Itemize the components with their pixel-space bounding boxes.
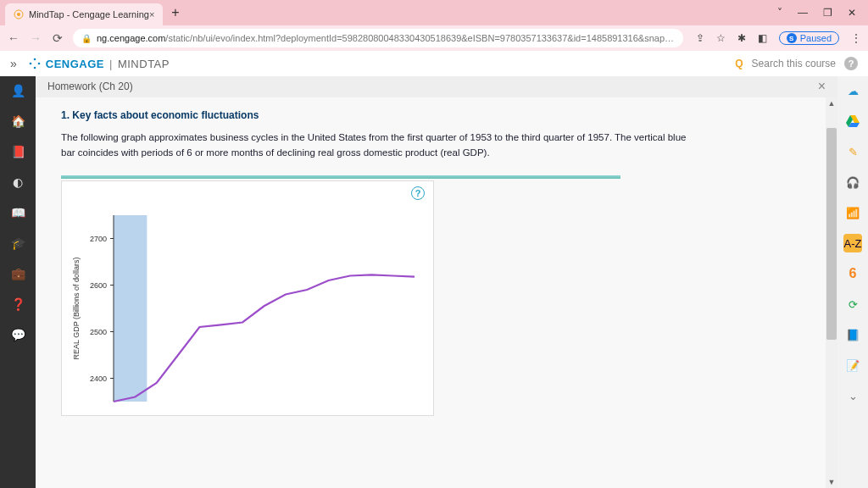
- scroll-down-icon[interactable]: ▼: [827, 478, 836, 486]
- tab-close-icon[interactable]: ×: [149, 9, 154, 19]
- tab-title: MindTap - Cengage Learning: [29, 9, 149, 19]
- reader-icon[interactable]: 📖: [10, 205, 25, 220]
- question-icon[interactable]: ❓: [10, 297, 25, 312]
- home-icon[interactable]: 🏠: [10, 114, 25, 129]
- forward-icon[interactable]: →: [29, 31, 42, 45]
- app-body: 👤 🏠 📕 ◐ 📖 🎓 💼 ❓ 💬 Homework (Ch 20) × 1. …: [0, 76, 868, 488]
- scroll-up-icon[interactable]: ▲: [827, 99, 836, 108]
- vertical-scrollbar[interactable]: ▲ ▼: [826, 97, 837, 488]
- paused-label: Paused: [800, 33, 832, 43]
- browser-toolbar: ← → ⟳ 🔒 ng.cengage.com /static/nb/ui/evo…: [0, 25, 868, 51]
- address-bar[interactable]: 🔒 ng.cengage.com /static/nb/ui/evo/index…: [73, 29, 683, 47]
- compass-icon[interactable]: ◐: [10, 175, 25, 190]
- svg-text:REAL GDP (Billions of dollars): REAL GDP (Billions of dollars): [72, 258, 81, 360]
- section-title: 1. Key facts about economic fluctuations: [61, 109, 812, 121]
- svg-point-3: [37, 63, 40, 65]
- scroll-thumb[interactable]: [826, 128, 837, 340]
- content-area: 1. Key facts about economic fluctuations…: [36, 97, 837, 488]
- refresh-icon[interactable]: ⟳: [843, 295, 862, 313]
- svg-text:2500: 2500: [90, 328, 107, 336]
- book-icon[interactable]: 📕: [10, 144, 25, 159]
- cloud-icon[interactable]: ☁: [843, 81, 862, 100]
- svg-text:2700: 2700: [90, 235, 107, 243]
- chevron-down-icon[interactable]: ˅: [777, 7, 782, 19]
- svg-point-1: [17, 13, 20, 16]
- svg-point-4: [33, 67, 36, 69]
- search-icon[interactable]: Q: [735, 58, 743, 69]
- kebab-menu-icon[interactable]: ⋮: [851, 32, 861, 44]
- grad-cap-icon[interactable]: 🎓: [10, 236, 25, 251]
- rss-icon[interactable]: 📶: [843, 203, 862, 222]
- briefcase-icon[interactable]: 💼: [10, 266, 25, 281]
- section-paragraph: The following graph approximates busines…: [61, 130, 688, 161]
- gdp-line-chart: 2400250026002700REAL GDP (Billions of do…: [67, 207, 423, 410]
- six-icon[interactable]: 6: [843, 264, 862, 283]
- more-down-icon[interactable]: ⌄: [843, 386, 862, 405]
- lock-icon: 🔒: [81, 34, 92, 43]
- help-icon[interactable]: ?: [844, 57, 858, 70]
- window-controls: ˅ — ❐ ✕: [777, 7, 868, 19]
- right-sidebar: ☁ ✎ 🎧 📶 A-Z 6 ⟳ 📘 📝 ⌄: [837, 76, 868, 488]
- search-placeholder[interactable]: Search this course: [752, 58, 836, 69]
- maximize-icon[interactable]: ❐: [823, 7, 832, 19]
- brand: CENGAGE | MINDTAP: [29, 58, 170, 70]
- back-icon[interactable]: ←: [7, 31, 20, 45]
- notebook-icon[interactable]: 📘: [843, 325, 862, 344]
- app-header: » CENGAGE | MINDTAP Q Search this course…: [0, 51, 868, 76]
- panel-icon[interactable]: ◧: [758, 32, 767, 44]
- browser-tab[interactable]: MindTap - Cengage Learning ×: [5, 3, 163, 25]
- svg-rect-6: [114, 215, 147, 402]
- url-host: ng.cengage.com: [97, 33, 165, 43]
- section-divider: [61, 175, 620, 179]
- expand-sidebar-icon[interactable]: »: [10, 57, 17, 70]
- chart-help-icon[interactable]: ?: [411, 186, 425, 200]
- tab-favicon-icon: [14, 9, 24, 19]
- close-panel-icon[interactable]: ×: [818, 79, 826, 94]
- profile-icon[interactable]: 👤: [10, 83, 25, 98]
- url-path: /static/nb/ui/evo/index.html?deploymentI…: [165, 33, 674, 43]
- glossary-az-icon[interactable]: A-Z: [843, 234, 862, 252]
- pencil-icon[interactable]: ✎: [843, 142, 862, 161]
- compose-icon[interactable]: 📝: [843, 356, 862, 374]
- breadcrumb-title: Homework (Ch 20): [47, 80, 133, 92]
- profile-paused-pill[interactable]: S Paused: [779, 31, 839, 45]
- product-name: MINDTAP: [118, 58, 170, 70]
- close-window-icon[interactable]: ✕: [848, 7, 856, 19]
- svg-point-5: [29, 63, 31, 65]
- brand-logo-icon: [29, 58, 41, 69]
- left-sidebar: 👤 🏠 📕 ◐ 📖 🎓 💼 ❓ 💬: [0, 76, 36, 488]
- chart-card: ? 2400250026002700REAL GDP (Billions of …: [61, 180, 434, 416]
- drive-icon[interactable]: [843, 112, 862, 130]
- profile-avatar-icon: S: [787, 33, 797, 43]
- main-content: Homework (Ch 20) × 1. Key facts about ec…: [36, 76, 837, 488]
- brand-separator: |: [109, 58, 113, 70]
- minimize-icon[interactable]: —: [798, 7, 808, 19]
- headphones-icon[interactable]: 🎧: [843, 173, 862, 191]
- share-icon[interactable]: ⇪: [696, 32, 704, 44]
- extensions-icon[interactable]: ✱: [737, 32, 746, 44]
- svg-text:2600: 2600: [90, 281, 107, 290]
- star-icon[interactable]: ☆: [716, 32, 726, 44]
- breadcrumb-bar: Homework (Ch 20) ×: [36, 76, 837, 97]
- brand-name: CENGAGE: [46, 58, 104, 70]
- browser-tab-strip: MindTap - Cengage Learning × + ˅ — ❐ ✕: [0, 0, 868, 25]
- svg-point-2: [33, 58, 36, 61]
- svg-text:2400: 2400: [90, 374, 107, 383]
- reload-icon[interactable]: ⟳: [51, 31, 64, 45]
- chat-icon[interactable]: 💬: [10, 327, 25, 342]
- new-tab-button[interactable]: +: [163, 5, 187, 20]
